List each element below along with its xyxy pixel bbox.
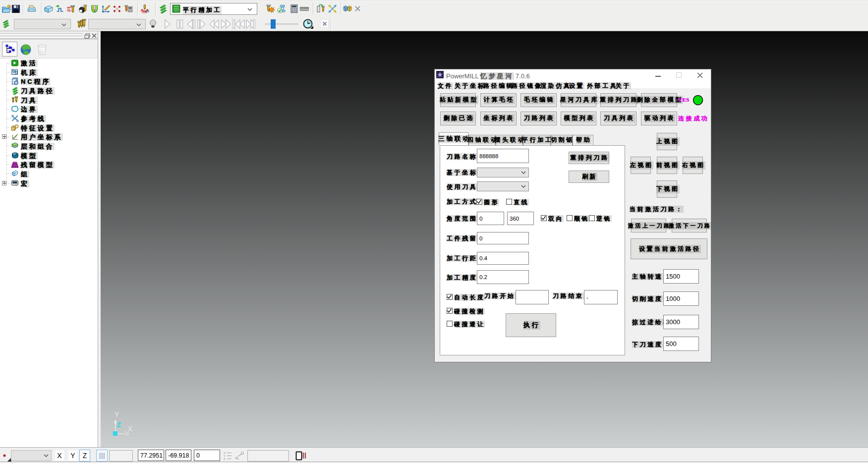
svg-text:Z: Z	[116, 420, 121, 429]
svg-text:Y: Y	[115, 410, 119, 418]
svg-text:Z: Z	[224, 458, 226, 460]
svg-text:X: X	[128, 425, 133, 433]
